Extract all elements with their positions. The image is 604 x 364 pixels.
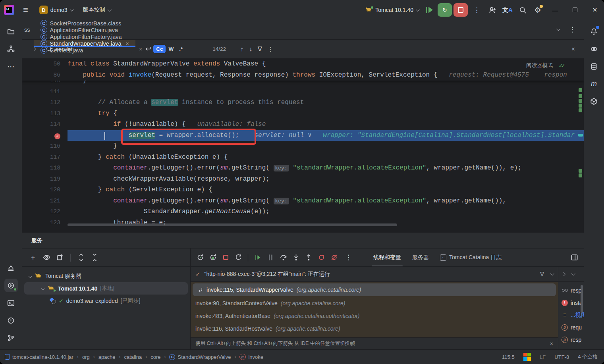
chevron-down-icon[interactable] bbox=[550, 272, 554, 275]
ai-assistant-icon[interactable] bbox=[587, 42, 601, 56]
next-occurrence-icon[interactable]: ↓ bbox=[249, 46, 252, 53]
line-number[interactable]: 121 bbox=[22, 196, 68, 207]
resume-program-button[interactable] bbox=[423, 3, 436, 17]
line-number[interactable]: 118 bbox=[22, 163, 68, 174]
expand-chevron-icon[interactable] bbox=[41, 287, 44, 290]
line-number[interactable]: 112 bbox=[22, 97, 68, 108]
view-options-icon[interactable] bbox=[41, 252, 52, 263]
encoding-indicator[interactable]: UTF-8 bbox=[554, 354, 569, 360]
view-breakpoints-icon[interactable] bbox=[316, 252, 327, 263]
mute-breakpoints-icon[interactable] bbox=[328, 252, 340, 263]
breadcrumb-item[interactable]: apache bbox=[98, 354, 116, 360]
collapse-all-icon[interactable] bbox=[89, 252, 100, 263]
line-number[interactable]: 50 bbox=[22, 59, 68, 70]
change-marker[interactable] bbox=[579, 173, 582, 177]
breadcrumb-item[interactable]: catalina bbox=[124, 354, 142, 360]
filter-search-icon[interactable]: ∇ bbox=[258, 45, 262, 53]
match-case-toggle[interactable]: Cc bbox=[153, 45, 166, 53]
open-in-new-tab-icon[interactable] bbox=[54, 252, 66, 263]
dependencies-tool-icon[interactable] bbox=[587, 94, 601, 108]
breakpoint-icon[interactable]: ✓ bbox=[22, 130, 68, 141]
stack-frame-row[interactable]: invoke:483, AuthenticatorBase(org.apache… bbox=[191, 310, 558, 322]
expand-all-icon[interactable] bbox=[75, 252, 87, 263]
project-selector[interactable]: D demo3 bbox=[37, 3, 75, 17]
horizontal-scrollbar[interactable] bbox=[68, 223, 397, 226]
git-tool-icon[interactable] bbox=[4, 331, 18, 345]
line-number[interactable]: 123 bbox=[22, 218, 68, 229]
search-everywhere-icon[interactable] bbox=[516, 3, 529, 17]
translate-icon[interactable]: 文A bbox=[501, 3, 514, 17]
tree-row[interactable]: Tomcat 服务器 bbox=[22, 270, 190, 282]
tree-row[interactable]: Tomcat 10.1.40[本地] bbox=[24, 282, 188, 295]
more-actions-icon[interactable]: ⋮ bbox=[469, 6, 484, 14]
change-marker[interactable] bbox=[579, 169, 582, 173]
structure-tool-icon[interactable] bbox=[4, 42, 18, 56]
tab-clipped[interactable]: ss bbox=[22, 20, 34, 39]
line-number[interactable]: 122 bbox=[22, 206, 68, 218]
newline-icon[interactable] bbox=[142, 44, 153, 55]
thread-filter-icon[interactable]: ∇ bbox=[540, 271, 544, 278]
code-line[interactable]: 112 // Allocate a servlet instance to pr… bbox=[22, 97, 584, 108]
project-tool-icon[interactable] bbox=[4, 25, 18, 38]
add-service-icon[interactable]: ＋ bbox=[27, 252, 39, 263]
pause-icon[interactable] bbox=[265, 252, 276, 263]
step-out-icon[interactable] bbox=[303, 252, 314, 263]
reader-mode-button[interactable]: 阅读器模式 bbox=[526, 62, 553, 69]
breadcrumb-item[interactable]: minvoke bbox=[239, 354, 263, 360]
minimize-button[interactable]: — bbox=[546, 2, 564, 18]
line-number[interactable]: 117 bbox=[22, 152, 68, 163]
chevron-right-icon[interactable] bbox=[562, 272, 566, 276]
database-tool-icon[interactable] bbox=[587, 60, 601, 73]
debugger-tab[interactable]: >_Tomcat Catalina 日志 bbox=[434, 248, 507, 266]
indent-indicator[interactable]: 4 个空格 bbox=[578, 353, 598, 360]
close-search-icon[interactable]: × bbox=[571, 46, 575, 53]
chevron-down-icon[interactable] bbox=[571, 272, 575, 275]
editor-tab[interactable]: CServlet1.java bbox=[34, 47, 135, 54]
change-marker[interactable] bbox=[579, 99, 582, 103]
hidden-tabs-icon[interactable] bbox=[551, 23, 564, 37]
line-number[interactable]: 116 bbox=[22, 141, 68, 152]
code-line[interactable]: 111 bbox=[22, 87, 584, 98]
code-with-me-icon[interactable] bbox=[486, 3, 499, 17]
tab-options-icon[interactable]: ⋮ bbox=[565, 25, 580, 34]
variables-scrollbar[interactable] bbox=[581, 285, 583, 313]
code-line[interactable]: 113 try { bbox=[22, 108, 584, 119]
expand-chevron-icon[interactable] bbox=[29, 274, 32, 277]
line-number[interactable]: 114 bbox=[22, 119, 68, 130]
run-config-selector[interactable]: Tomcat 10.1.40 bbox=[363, 4, 421, 15]
variable-row[interactable]: resp bbox=[558, 284, 584, 297]
debugger-tab[interactable]: 服务器 bbox=[407, 248, 434, 266]
code-line[interactable]: 118 container.getLogger().error(sm.getSt… bbox=[22, 163, 584, 174]
notifications-bell-icon[interactable] bbox=[587, 25, 601, 38]
editor-tab[interactable]: CStandardWrapperValve.java× bbox=[34, 40, 135, 47]
stop-button[interactable] bbox=[453, 3, 468, 17]
code-line[interactable]: 122 StandardWrapper.getRootCause(e)); bbox=[22, 206, 584, 218]
line-number[interactable]: 86 bbox=[22, 70, 68, 81]
breadcrumb-item[interactable]: core bbox=[151, 354, 160, 360]
close-hint-icon[interactable]: × bbox=[550, 341, 553, 347]
rerun-failed-icon[interactable] bbox=[233, 252, 244, 263]
restart-debug-button[interactable]: ↻ bbox=[438, 3, 452, 17]
line-number[interactable]: 113 bbox=[22, 108, 68, 119]
more-tool-windows-icon[interactable]: ⋯ bbox=[4, 60, 18, 73]
vcs-menu[interactable]: 版本控制 bbox=[81, 4, 113, 16]
line-number[interactable]: 120 bbox=[22, 185, 68, 196]
regex-toggle[interactable]: .* bbox=[176, 45, 185, 53]
change-marker[interactable] bbox=[579, 104, 582, 108]
change-marker[interactable] bbox=[579, 88, 582, 92]
code-line[interactable]: 50final class StandardWrapperValve exten… bbox=[22, 59, 584, 70]
code-line[interactable]: 123 throwable = e; bbox=[22, 218, 584, 229]
change-marker[interactable] bbox=[578, 134, 583, 137]
change-marker[interactable] bbox=[579, 108, 582, 112]
maximize-button[interactable] bbox=[566, 2, 584, 18]
breadcrumb-item[interactable]: CStandardWrapperValve bbox=[169, 354, 231, 360]
caret-position[interactable]: 115:5 bbox=[502, 354, 515, 360]
change-marker[interactable] bbox=[579, 94, 582, 98]
search-options-icon[interactable]: ⋮ bbox=[268, 46, 274, 53]
variable-row[interactable]: prequ bbox=[558, 321, 584, 333]
debugger-tab[interactable]: 线程和变量 bbox=[368, 248, 407, 266]
stop-icon[interactable] bbox=[220, 252, 231, 263]
close-button[interactable]: ✕ bbox=[586, 2, 604, 18]
services-tool-icon[interactable] bbox=[4, 279, 18, 292]
words-toggle[interactable]: W bbox=[166, 45, 176, 53]
